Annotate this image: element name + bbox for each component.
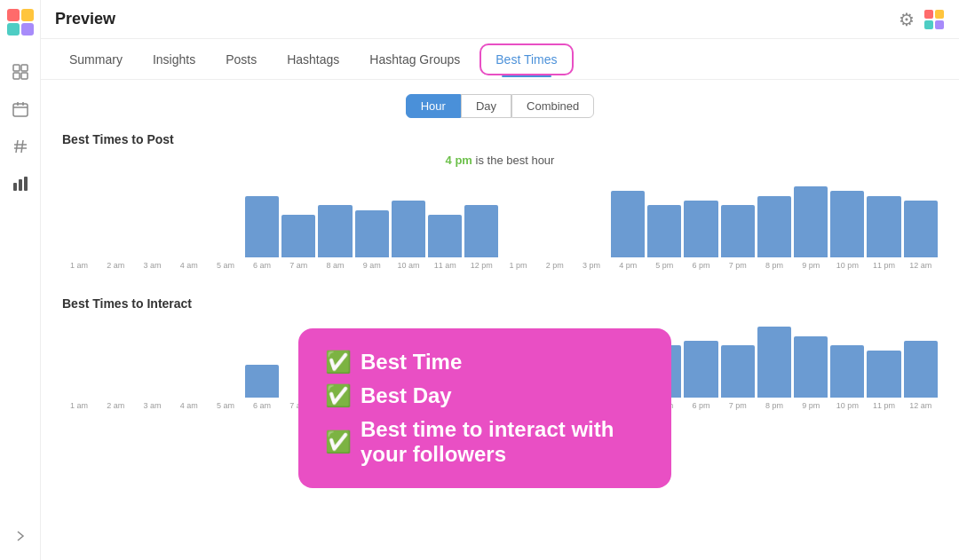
chart-label-item: 5 am bbox=[209, 401, 242, 410]
best-hour-label: 4 pm is the best hour bbox=[62, 154, 938, 167]
chart-label-item: 6 pm bbox=[684, 401, 717, 410]
bar-item bbox=[904, 341, 938, 398]
tab-hashtag-groups[interactable]: Hashtag Groups bbox=[355, 45, 474, 74]
tab-best-times[interactable]: Best Times bbox=[485, 49, 567, 70]
tab-posts[interactable]: Posts bbox=[211, 45, 271, 74]
chart-label-item: 7 pm bbox=[721, 261, 755, 270]
best-hour-value: 4 pm bbox=[446, 154, 472, 167]
check-icon-2: ✅ bbox=[325, 383, 352, 408]
bar-item bbox=[245, 365, 279, 398]
chart-label-item: 3 am bbox=[135, 401, 169, 410]
chart-label-item: 9 pm bbox=[794, 401, 828, 410]
bar-item bbox=[281, 215, 315, 257]
svg-rect-16 bbox=[13, 183, 17, 191]
chart-label-item: 1 pm bbox=[501, 261, 535, 270]
nav-tabs: Summary Insights Posts Hashtags Hashtag … bbox=[41, 39, 959, 80]
toggle-combined[interactable]: Combined bbox=[511, 94, 594, 118]
bar-item bbox=[318, 205, 352, 257]
bar-item bbox=[355, 210, 389, 257]
svg-rect-8 bbox=[13, 104, 28, 116]
bar-item bbox=[464, 205, 498, 257]
svg-rect-20 bbox=[935, 10, 944, 19]
chart-label-item: 9 pm bbox=[794, 261, 828, 270]
chart-label-item: 8 pm bbox=[757, 401, 791, 410]
svg-rect-17 bbox=[19, 179, 22, 191]
chart-label-item: 9 am bbox=[355, 261, 389, 270]
settings-icon[interactable]: ⚙ bbox=[899, 9, 915, 30]
bar-item bbox=[684, 341, 717, 398]
check-icon-3: ✅ bbox=[325, 430, 352, 454]
bar-item bbox=[392, 201, 425, 257]
best-times-post-section: Best Times to Post 4 pm is the best hour… bbox=[62, 132, 938, 275]
bar-item bbox=[867, 351, 900, 398]
chart-label-item: 8 am bbox=[318, 261, 352, 270]
chart-label-item: 12 pm bbox=[464, 261, 498, 270]
chart-label-item: 7 pm bbox=[721, 401, 755, 410]
chart-label-item: 2 pm bbox=[538, 261, 572, 270]
chart-label-item: 11 pm bbox=[867, 261, 900, 270]
main-content: Preview ⚙ Summary Insights Posts Hashtag… bbox=[41, 0, 959, 560]
svg-rect-6 bbox=[13, 73, 20, 79]
color-grid-icon[interactable] bbox=[923, 9, 945, 30]
chart-label-item: 2 am bbox=[99, 401, 132, 410]
bar-item bbox=[794, 336, 828, 398]
chart-label-item: 4 am bbox=[172, 401, 206, 410]
chart-label-item: 6 pm bbox=[684, 261, 717, 270]
best-times-post-title: Best Times to Post bbox=[62, 132, 938, 146]
overlay-text-3: Best time to interact with your follower… bbox=[361, 417, 645, 467]
overlay-item-1: ✅ Best Time bbox=[325, 350, 645, 375]
svg-rect-22 bbox=[935, 20, 944, 29]
chart-label-item: 10 pm bbox=[830, 261, 864, 270]
tab-hashtags[interactable]: Hashtags bbox=[273, 45, 353, 74]
calendar-sidebar-icon[interactable] bbox=[11, 99, 30, 119]
time-toggle-group: Hour Day Combined bbox=[62, 94, 938, 118]
chart-label-item: 2 am bbox=[99, 261, 132, 270]
svg-rect-1 bbox=[21, 9, 34, 21]
svg-rect-5 bbox=[21, 65, 28, 71]
svg-rect-18 bbox=[24, 177, 28, 191]
svg-rect-4 bbox=[13, 65, 20, 71]
tab-insights[interactable]: Insights bbox=[139, 45, 210, 74]
bar-item bbox=[867, 196, 900, 257]
best-hour-suffix: is the best hour bbox=[472, 154, 555, 167]
bar-item bbox=[245, 196, 279, 257]
bar-item bbox=[721, 205, 755, 257]
post-chart-labels: 1 am2 am3 am4 am5 am6 am7 am8 am9 am10 a… bbox=[62, 261, 938, 270]
svg-line-13 bbox=[21, 140, 23, 153]
chart-label-item: 1 am bbox=[62, 261, 96, 270]
overlay-text-2: Best Day bbox=[361, 383, 452, 408]
bar-item bbox=[830, 191, 864, 257]
bar-item bbox=[757, 327, 791, 398]
best-times-tab-highlight: Best Times bbox=[480, 43, 573, 75]
toggle-day[interactable]: Day bbox=[461, 94, 511, 118]
grid-sidebar-icon[interactable] bbox=[11, 62, 30, 82]
overlay-card: ✅ Best Time ✅ Best Day ✅ Best time to in… bbox=[298, 328, 671, 488]
chevron-sidebar-icon[interactable] bbox=[11, 526, 30, 546]
header-icons: ⚙ bbox=[899, 9, 945, 30]
chart-label-item: 3 am bbox=[135, 261, 169, 270]
overlay-item-2: ✅ Best Day bbox=[325, 383, 645, 408]
chart-label-item: 1 am bbox=[62, 401, 96, 410]
svg-rect-0 bbox=[7, 9, 20, 21]
hashtag-sidebar-icon[interactable] bbox=[11, 137, 30, 156]
app-header: Preview ⚙ bbox=[41, 0, 959, 39]
chart-label-item: 8 pm bbox=[757, 261, 791, 270]
tab-summary[interactable]: Summary bbox=[55, 45, 137, 74]
post-chart: 1 am2 am3 am4 am5 am6 am7 am8 am9 am10 a… bbox=[62, 177, 938, 275]
bar-item bbox=[647, 205, 681, 257]
chart-label-item: 10 pm bbox=[830, 401, 864, 410]
bar-item bbox=[611, 191, 645, 257]
chart-label-item: 10 am bbox=[392, 261, 425, 270]
overlay-text-1: Best Time bbox=[361, 350, 462, 375]
chart-sidebar-icon[interactable] bbox=[11, 174, 30, 193]
sidebar bbox=[0, 0, 41, 560]
app-logo[interactable] bbox=[7, 9, 34, 35]
svg-rect-21 bbox=[924, 20, 933, 29]
chart-label-item: 7 am bbox=[281, 261, 315, 270]
post-chart-bars bbox=[62, 177, 938, 257]
chart-label-item: 4 pm bbox=[611, 261, 645, 270]
svg-line-12 bbox=[16, 140, 18, 153]
bar-item bbox=[684, 201, 717, 257]
chart-label-item: 11 pm bbox=[867, 401, 900, 410]
toggle-hour[interactable]: Hour bbox=[406, 94, 461, 118]
